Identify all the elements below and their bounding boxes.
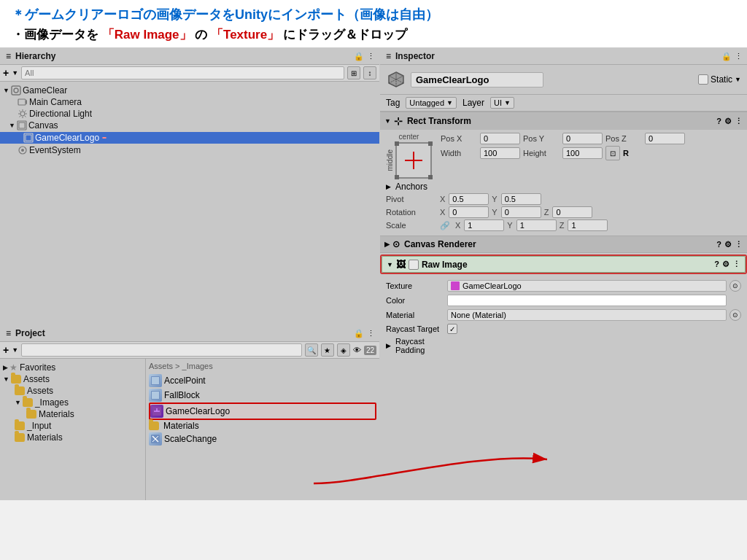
fallblock-icon <box>149 389 162 402</box>
project-title: Project <box>15 328 45 338</box>
raw-image-help-icon[interactable]: ? <box>714 260 719 269</box>
raw-image-header[interactable]: ▼ 🖼 Raw Image ? ⚙ ⋮ <box>382 256 746 273</box>
raw-image-more-icon[interactable]: ⋮ <box>732 260 740 269</box>
layer-value: UI <box>494 98 502 107</box>
hierarchy-search-input[interactable] <box>21 66 344 79</box>
project-more-icon[interactable]: ⋮ <box>367 329 375 338</box>
scale-x-input[interactable] <box>464 219 504 231</box>
project-menu-icon[interactable]: ≡ <box>4 327 12 339</box>
rotation-y-input[interactable] <box>501 206 541 218</box>
add-hierarchy-button[interactable]: + <box>3 67 9 79</box>
inspector-menu-icon[interactable]: ≡ <box>384 50 392 62</box>
raycast-target-checkbox[interactable]: ✓ <box>447 324 457 334</box>
file-gameclearlogo[interactable]: GameClearLogo <box>149 402 376 420</box>
static-dropdown-arrow[interactable]: ▼ <box>735 76 741 83</box>
project-input[interactable]: _Input <box>3 420 142 432</box>
project-assets[interactable]: ▼ Assets <box>3 373 142 385</box>
hierarchy-menu-icon[interactable]: ≡ <box>4 50 12 62</box>
hierarchy-item-eventsystem[interactable]: EventSystem <box>0 144 379 156</box>
static-checkbox[interactable]: Static ▼ <box>698 74 741 85</box>
project-images[interactable]: ▼ _Images <box>3 397 142 408</box>
pivot-x-input[interactable] <box>449 193 489 205</box>
width-input[interactable] <box>480 147 520 159</box>
height-input[interactable] <box>562 147 603 159</box>
hierarchy-item-directionallight[interactable]: Directional Light <box>0 108 379 120</box>
hierarchy-item-canvas[interactable]: ▼ Canvas <box>0 120 379 131</box>
rect-transform-settings-icon[interactable]: ⚙ <box>724 117 732 126</box>
raycast-check-icon: ✓ <box>449 325 455 333</box>
canvas-renderer-more-icon[interactable]: ⋮ <box>735 240 743 249</box>
hierarchy-item-maincamera[interactable]: Main Camera <box>0 96 379 108</box>
tag-dropdown[interactable]: Untagged ▼ <box>406 97 457 109</box>
object-name-input[interactable] <box>411 72 543 88</box>
gameclear-arrow: ▼ <box>3 87 9 94</box>
project-search-input[interactable] <box>21 343 302 357</box>
file-scalechange[interactable]: ScaleChange <box>149 432 376 446</box>
width-label: Width <box>441 149 477 158</box>
file-materials[interactable]: Materials <box>149 420 376 432</box>
raw-image-enable-checkbox[interactable] <box>409 260 419 270</box>
pos-y-input[interactable] <box>562 133 603 144</box>
material-circle-btn[interactable]: ⊙ <box>729 309 741 321</box>
anchors-row[interactable]: ▶ Anchors <box>386 182 741 192</box>
file-fallblock[interactable]: FallBlock <box>149 388 376 402</box>
canvas-renderer-help-icon[interactable]: ? <box>716 240 721 249</box>
inspector-more-icon[interactable]: ⋮ <box>735 52 743 61</box>
hierarchy-more-icon[interactable]: ⋮ <box>367 52 375 61</box>
rect-transform-help-icon[interactable]: ? <box>716 117 721 126</box>
raw-image-settings-icon[interactable]: ⚙ <box>722 260 729 269</box>
project-csharp[interactable]: Assets <box>3 385 142 397</box>
project-materials[interactable]: Materials <box>3 432 142 443</box>
rotation-z-input[interactable] <box>552 206 592 218</box>
canvas-renderer-header[interactable]: ▶ ⊙ Canvas Renderer ? ⚙ ⋮ <box>380 236 747 252</box>
rect-transform-title: Rect Transform <box>407 116 471 126</box>
project-down-arrow[interactable]: ▼ <box>12 346 18 354</box>
rt-top-row: center middle <box>386 133 741 179</box>
pos-x-input[interactable] <box>480 133 520 144</box>
texture-circle-btn[interactable]: ⊙ <box>729 280 741 292</box>
scale-y-input[interactable] <box>516 219 557 231</box>
layer-dropdown[interactable]: UI ▼ <box>490 97 514 109</box>
anchor-box[interactable] <box>395 142 432 179</box>
svg-rect-20 <box>152 377 159 384</box>
color-value[interactable] <box>447 295 727 306</box>
svg-rect-0 <box>12 86 20 95</box>
canvas-icon <box>17 120 27 131</box>
pivot-y-input[interactable] <box>501 193 541 205</box>
rect-transform-more-icon[interactable]: ⋮ <box>735 117 743 126</box>
hierarchy-item-gameclearlogo[interactable]: GameClearLogo <box>0 132 379 144</box>
rect-transform-icon: ⊹ <box>394 115 403 127</box>
project-materials-sub[interactable]: Materials <box>3 408 142 420</box>
project-view-icon[interactable]: 👁 <box>353 346 361 354</box>
pos-z-input[interactable] <box>645 133 685 144</box>
gameclearlogo-label: GameClearLogo <box>35 133 99 143</box>
hierarchy-lock-icon[interactable]: 🔒 <box>354 52 364 61</box>
pos-y-label: Pos Y <box>523 134 560 143</box>
project-favorites-icon[interactable]: ★ <box>321 343 334 357</box>
rect-transform-section: ▼ ⊹ Rect Transform ? ⚙ ⋮ center <box>380 112 747 236</box>
rotation-y-label: Y <box>492 208 497 217</box>
rect-transform-header[interactable]: ▼ ⊹ Rect Transform ? ⚙ ⋮ <box>380 112 747 130</box>
inspector-lock-icon[interactable]: 🔒 <box>721 52 732 61</box>
inspector-content: Static ▼ Tag Untagged ▼ Layer UI ▼ <box>380 65 747 500</box>
assets-arrow: ▼ <box>3 376 9 383</box>
static-checkbox-box[interactable] <box>698 74 708 85</box>
csharp-label: Assets <box>27 386 53 396</box>
hierarchy-filter-icon[interactable]: ↕ <box>363 66 376 79</box>
rotation-x-input[interactable] <box>449 206 489 218</box>
file-accelpoint[interactable]: AccelPoint <box>149 373 376 388</box>
constrain-btn[interactable]: ⊡ <box>605 146 620 160</box>
canvas-renderer-settings-icon[interactable]: ⚙ <box>724 240 732 249</box>
project-filter-icon[interactable]: ◈ <box>337 343 350 357</box>
raw-image-icon: 🖼 <box>396 259 406 270</box>
add-project-button[interactable]: + <box>3 344 9 356</box>
hierarchy-down-arrow[interactable]: ▼ <box>12 69 18 77</box>
scale-z-input[interactable] <box>568 219 608 231</box>
project-search-icon[interactable]: 🔍 <box>305 343 318 357</box>
hierarchy-item-gameclear[interactable]: ▼ GameClear <box>0 85 379 96</box>
hierarchy-search-icon[interactable]: ⊞ <box>347 66 360 79</box>
project-favorites[interactable]: ▶ ★ Favorites <box>3 362 142 373</box>
svg-rect-14 <box>19 122 25 128</box>
project-lock-icon[interactable]: 🔒 <box>354 329 364 338</box>
material-row: Material None (Material) ⊙ <box>386 308 741 322</box>
